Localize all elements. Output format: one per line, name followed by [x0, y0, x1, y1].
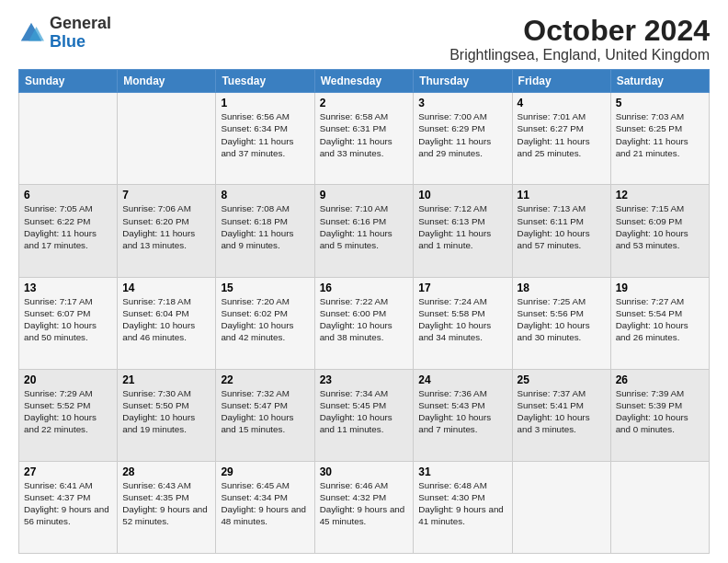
- table-row: 26Sunrise: 7:39 AM Sunset: 5:39 PM Dayli…: [610, 369, 709, 461]
- day-number: 13: [24, 282, 112, 294]
- day-number: 15: [221, 282, 309, 294]
- day-number: 25: [518, 373, 606, 386]
- calendar-week-row: 6Sunrise: 7:05 AM Sunset: 6:22 PM Daylig…: [19, 185, 710, 277]
- table-row: 30Sunrise: 6:46 AM Sunset: 4:32 PM Dayli…: [314, 461, 414, 553]
- day-number: 30: [320, 465, 409, 478]
- day-number: 24: [418, 373, 506, 386]
- day-number: 16: [320, 282, 409, 294]
- day-info: Sunrise: 6:41 AM Sunset: 4:37 PM Dayligh…: [24, 479, 112, 528]
- day-info: Sunrise: 7:37 AM Sunset: 5:41 PM Dayligh…: [518, 387, 606, 436]
- table-row: 28Sunrise: 6:43 AM Sunset: 4:35 PM Dayli…: [118, 461, 216, 553]
- day-number: 21: [122, 373, 210, 386]
- day-info: Sunrise: 7:36 AM Sunset: 5:43 PM Dayligh…: [418, 387, 506, 436]
- logo-icon: [18, 20, 44, 46]
- day-info: Sunrise: 7:13 AM Sunset: 6:11 PM Dayligh…: [518, 202, 606, 251]
- table-row: 24Sunrise: 7:36 AM Sunset: 5:43 PM Dayli…: [414, 369, 512, 461]
- header-sunday: Sunday: [19, 70, 118, 93]
- header-tuesday: Tuesday: [216, 70, 314, 93]
- day-info: Sunrise: 7:05 AM Sunset: 6:22 PM Dayligh…: [24, 202, 112, 251]
- day-number: 23: [320, 373, 409, 386]
- day-number: 28: [122, 465, 210, 478]
- day-number: 1: [221, 97, 309, 109]
- table-row: 9Sunrise: 7:10 AM Sunset: 6:16 PM Daylig…: [314, 185, 414, 277]
- header-thursday: Thursday: [414, 70, 512, 93]
- day-info: Sunrise: 7:32 AM Sunset: 5:47 PM Dayligh…: [221, 387, 309, 436]
- day-info: Sunrise: 7:20 AM Sunset: 6:02 PM Dayligh…: [221, 295, 309, 344]
- day-number: 8: [221, 189, 309, 201]
- header: General Blue October 2024 Brightlingsea,…: [18, 15, 710, 63]
- day-number: 5: [616, 97, 704, 109]
- table-row: 21Sunrise: 7:30 AM Sunset: 5:50 PM Dayli…: [118, 369, 216, 461]
- weekday-header-row: Sunday Monday Tuesday Wednesday Thursday…: [19, 70, 710, 93]
- day-info: Sunrise: 7:22 AM Sunset: 6:00 PM Dayligh…: [320, 295, 409, 344]
- table-row: 27Sunrise: 6:41 AM Sunset: 4:37 PM Dayli…: [19, 461, 118, 553]
- day-number: 14: [122, 282, 210, 294]
- calendar-subtitle: Brightlingsea, England, United Kingdom: [449, 47, 710, 63]
- day-info: Sunrise: 7:34 AM Sunset: 5:45 PM Dayligh…: [320, 387, 409, 436]
- title-block: October 2024 Brightlingsea, England, Uni…: [449, 15, 710, 63]
- day-number: 22: [221, 373, 309, 386]
- header-saturday: Saturday: [610, 70, 709, 93]
- day-number: 9: [320, 189, 409, 201]
- day-number: 26: [616, 373, 704, 386]
- day-number: 12: [616, 189, 704, 201]
- day-number: 29: [221, 465, 309, 478]
- logo-general-text: General: [50, 14, 111, 32]
- table-row: 2Sunrise: 6:58 AM Sunset: 6:31 PM Daylig…: [314, 93, 414, 185]
- day-info: Sunrise: 6:46 AM Sunset: 4:32 PM Dayligh…: [320, 479, 409, 528]
- day-number: 27: [24, 465, 112, 478]
- day-info: Sunrise: 6:48 AM Sunset: 4:30 PM Dayligh…: [418, 479, 506, 528]
- calendar-week-row: 20Sunrise: 7:29 AM Sunset: 5:52 PM Dayli…: [19, 369, 710, 461]
- table-row: 8Sunrise: 7:08 AM Sunset: 6:18 PM Daylig…: [216, 185, 314, 277]
- day-number: 10: [418, 189, 506, 201]
- table-row: 25Sunrise: 7:37 AM Sunset: 5:41 PM Dayli…: [512, 369, 610, 461]
- day-info: Sunrise: 7:01 AM Sunset: 6:27 PM Dayligh…: [518, 110, 606, 159]
- table-row: 15Sunrise: 7:20 AM Sunset: 6:02 PM Dayli…: [216, 277, 314, 369]
- table-row: 6Sunrise: 7:05 AM Sunset: 6:22 PM Daylig…: [19, 185, 118, 277]
- day-number: 31: [418, 465, 506, 478]
- table-row: 29Sunrise: 6:45 AM Sunset: 4:34 PM Dayli…: [216, 461, 314, 553]
- day-info: Sunrise: 7:10 AM Sunset: 6:16 PM Dayligh…: [320, 202, 409, 251]
- header-wednesday: Wednesday: [314, 70, 414, 93]
- day-number: 11: [518, 189, 606, 201]
- table-row: 4Sunrise: 7:01 AM Sunset: 6:27 PM Daylig…: [512, 93, 610, 185]
- table-row: 31Sunrise: 6:48 AM Sunset: 4:30 PM Dayli…: [414, 461, 512, 553]
- table-row: [512, 461, 610, 553]
- day-info: Sunrise: 7:39 AM Sunset: 5:39 PM Dayligh…: [616, 387, 704, 436]
- day-info: Sunrise: 7:25 AM Sunset: 5:56 PM Dayligh…: [518, 295, 606, 344]
- table-row: 22Sunrise: 7:32 AM Sunset: 5:47 PM Dayli…: [216, 369, 314, 461]
- day-info: Sunrise: 7:06 AM Sunset: 6:20 PM Dayligh…: [122, 202, 210, 251]
- calendar-week-row: 27Sunrise: 6:41 AM Sunset: 4:37 PM Dayli…: [19, 461, 710, 553]
- table-row: 19Sunrise: 7:27 AM Sunset: 5:54 PM Dayli…: [610, 277, 709, 369]
- table-row: 17Sunrise: 7:24 AM Sunset: 5:58 PM Dayli…: [414, 277, 512, 369]
- day-number: 17: [418, 282, 506, 294]
- day-info: Sunrise: 7:08 AM Sunset: 6:18 PM Dayligh…: [221, 202, 309, 251]
- day-info: Sunrise: 7:24 AM Sunset: 5:58 PM Dayligh…: [418, 295, 506, 344]
- day-info: Sunrise: 7:29 AM Sunset: 5:52 PM Dayligh…: [24, 387, 112, 436]
- table-row: 1Sunrise: 6:56 AM Sunset: 6:34 PM Daylig…: [216, 93, 314, 185]
- calendar-week-row: 1Sunrise: 6:56 AM Sunset: 6:34 PM Daylig…: [19, 93, 710, 185]
- day-info: Sunrise: 7:00 AM Sunset: 6:29 PM Dayligh…: [418, 110, 506, 159]
- calendar-table: Sunday Monday Tuesday Wednesday Thursday…: [18, 69, 710, 554]
- day-number: 19: [616, 282, 704, 294]
- day-number: 3: [418, 97, 506, 109]
- table-row: 12Sunrise: 7:15 AM Sunset: 6:09 PM Dayli…: [610, 185, 709, 277]
- day-number: 2: [320, 97, 409, 109]
- table-row: [118, 93, 216, 185]
- table-row: 11Sunrise: 7:13 AM Sunset: 6:11 PM Dayli…: [512, 185, 610, 277]
- day-info: Sunrise: 7:15 AM Sunset: 6:09 PM Dayligh…: [616, 202, 704, 251]
- day-info: Sunrise: 6:56 AM Sunset: 6:34 PM Dayligh…: [221, 110, 309, 159]
- table-row: 3Sunrise: 7:00 AM Sunset: 6:29 PM Daylig…: [414, 93, 512, 185]
- calendar-header: Sunday Monday Tuesday Wednesday Thursday…: [19, 70, 710, 93]
- day-info: Sunrise: 7:18 AM Sunset: 6:04 PM Dayligh…: [122, 295, 210, 344]
- logo: General Blue: [18, 15, 111, 52]
- table-row: [19, 93, 118, 185]
- day-number: 6: [24, 189, 112, 201]
- calendar-week-row: 13Sunrise: 7:17 AM Sunset: 6:07 PM Dayli…: [19, 277, 710, 369]
- table-row: 5Sunrise: 7:03 AM Sunset: 6:25 PM Daylig…: [610, 93, 709, 185]
- day-number: 4: [518, 97, 606, 109]
- table-row: 7Sunrise: 7:06 AM Sunset: 6:20 PM Daylig…: [118, 185, 216, 277]
- header-friday: Friday: [512, 70, 610, 93]
- day-info: Sunrise: 7:30 AM Sunset: 5:50 PM Dayligh…: [122, 387, 210, 436]
- day-info: Sunrise: 7:03 AM Sunset: 6:25 PM Dayligh…: [616, 110, 704, 159]
